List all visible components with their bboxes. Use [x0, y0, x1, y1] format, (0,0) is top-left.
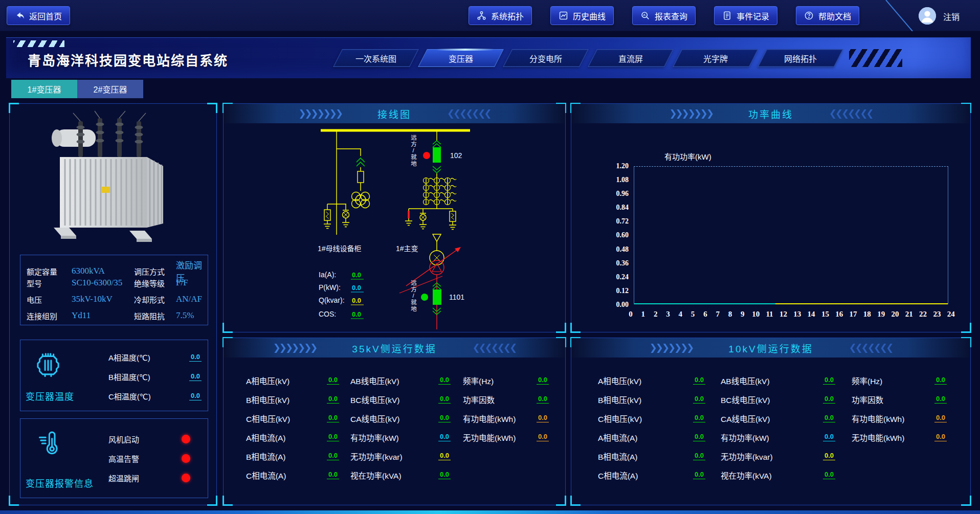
data-value[interactable]: 0.0	[693, 395, 705, 404]
data-value[interactable]: 0.0	[438, 376, 451, 385]
logout-button[interactable]: 注销	[943, 10, 960, 23]
x-tick-label: 12	[779, 310, 787, 319]
chevrons-left-icon: ❮❮❮❮❮❮❮	[473, 342, 516, 353]
data-value[interactable]: 0.0	[693, 433, 705, 441]
data-value[interactable]: 0.0	[693, 376, 705, 385]
data-row: C相电流(A) 0.0	[246, 465, 339, 484]
user-avatar[interactable]	[919, 7, 936, 25]
data-row: 频率(Hz) 0.0	[463, 371, 549, 390]
data-value[interactable]: 0.0	[823, 395, 835, 404]
event-log-button[interactable]: 事件记录	[714, 6, 777, 25]
data-value[interactable]: 0.0	[537, 395, 549, 404]
data-value[interactable]: 0.0	[537, 433, 549, 441]
corner-decoration	[961, 323, 971, 333]
data-value[interactable]: 0.0	[537, 376, 549, 385]
data-value[interactable]: 0.0	[327, 414, 339, 422]
temperature-value[interactable]: 0.0	[189, 372, 202, 381]
y-tick-label: 0.60	[616, 231, 629, 239]
chevrons-left-icon: ❮❮❮❮❮❮❮	[829, 108, 873, 119]
temperature-value[interactable]: 0.0	[189, 353, 202, 362]
data-value[interactable]: 0.0	[693, 414, 705, 422]
spec-label: 电压	[27, 294, 72, 305]
data-label: 无功功率(kvar)	[350, 451, 438, 462]
data-value[interactable]: 0.0	[934, 414, 947, 422]
data-value[interactable]: 0.0	[934, 395, 947, 404]
data-value[interactable]: 0.0	[438, 452, 451, 460]
data-label: 频率(Hz)	[852, 375, 934, 386]
corner-decoration	[570, 496, 581, 506]
data-value[interactable]: 0.0	[537, 414, 549, 422]
x-tick-label: 8	[727, 310, 733, 319]
corner-decoration	[570, 323, 581, 333]
data-row: AB线电压(kV) 0.0	[721, 371, 835, 390]
temperature-value[interactable]: 0.0	[189, 392, 202, 400]
data-value[interactable]: 0.0	[823, 471, 835, 479]
measurement-value[interactable]: 0.0	[352, 297, 361, 304]
x-tick-label: 20	[891, 310, 899, 319]
data-value[interactable]: 0.0	[693, 452, 705, 460]
transformer-subtabs: 1#变压器 2#变压器	[11, 80, 143, 98]
data-value[interactable]: 0.0	[934, 433, 947, 441]
banner-tab[interactable]: 一次系统图	[333, 49, 419, 67]
data-label: C相电压(kV)	[598, 413, 693, 424]
spec-value: Yd11	[72, 310, 134, 321]
top-nav-buttons: 系统拓扑 历史曲线 报表查询 事件记录 帮助文档	[469, 0, 859, 31]
data-value[interactable]: 0.0	[693, 471, 705, 479]
transformer-subtab[interactable]: 2#变压器	[77, 80, 143, 98]
data-value[interactable]: 0.0	[327, 471, 339, 479]
data-value[interactable]: 0.0	[823, 452, 835, 460]
history-curve-button[interactable]: 历史曲线	[550, 6, 614, 25]
data-value[interactable]: 0.0	[438, 433, 451, 441]
data-value[interactable]: 0.0	[934, 376, 947, 385]
data-label: A相电压(kV)	[598, 375, 693, 386]
breaker-102[interactable]	[433, 147, 441, 163]
data-value[interactable]: 0.0	[327, 433, 339, 441]
banner-tab[interactable]: 网络拓扑	[758, 49, 843, 67]
spec-value: AN/AF	[176, 294, 208, 304]
report-query-button[interactable]: 报表查询	[632, 6, 696, 25]
data-value[interactable]: 0.0	[327, 376, 339, 385]
data-value[interactable]: 0.0	[823, 414, 835, 422]
data-row: 无功电能(kWh) 0.0	[852, 428, 947, 446]
x-tick-label: 0	[628, 310, 634, 319]
top-navigation-bar: 返回首页 系统拓扑 历史曲线 报表查询 事件记录 帮助文档	[0, 0, 980, 31]
temperature-row: A相温度(℃) 0.0	[108, 347, 202, 367]
x-tick-label: 23	[933, 310, 941, 319]
x-tick-label: 17	[850, 310, 857, 319]
red-markings	[399, 211, 461, 329]
corner-decoration	[222, 496, 233, 506]
data-value[interactable]: 0.0	[438, 395, 451, 404]
power-curve-panel: ❯❯❯❯❯❯❯ 功率曲线 ❮❮❮❮❮❮❮ 有功功率(kW) 1.201.080.…	[571, 103, 971, 332]
help-docs-button[interactable]: 帮助文档	[796, 6, 859, 25]
data-row: 无功功率(kvar) 0.0	[721, 446, 835, 465]
back-home-button[interactable]: 返回首页	[7, 6, 70, 25]
transformer-subtab[interactable]: 1#变压器	[11, 80, 77, 98]
banner-tab[interactable]: 分变电所	[503, 49, 589, 67]
measurement-value[interactable]: 0.0	[352, 284, 361, 292]
x-tick-label: 24	[947, 310, 955, 319]
y-tick-label: 0.48	[616, 245, 629, 254]
banner-tab-label: 直流屏	[593, 50, 669, 66]
data-value[interactable]: 0.0	[823, 376, 835, 385]
banner-tab[interactable]: 光字牌	[673, 49, 759, 67]
data-value[interactable]: 0.0	[438, 414, 451, 422]
disconnector-arrows-icon	[357, 158, 365, 166]
data-value[interactable]: 0.0	[823, 433, 835, 441]
transformer-subtab-label: 2#变压器	[94, 83, 127, 95]
system-topology-button[interactable]: 系统拓扑	[469, 6, 532, 25]
measurement-value[interactable]: 0.0	[352, 310, 361, 318]
data-row: 有功电能(kWh) 0.0	[463, 409, 549, 428]
measurement-value[interactable]: 0.0	[352, 271, 361, 279]
data-value[interactable]: 0.0	[327, 452, 339, 460]
banner-tab[interactable]: 变压器	[418, 49, 504, 67]
breaker-1101[interactable]	[433, 289, 441, 305]
banner-tab-label: 一次系统图	[338, 50, 414, 66]
banner-tab[interactable]: 直流屏	[588, 49, 674, 67]
spec-label: 型号	[27, 278, 72, 288]
data-value[interactable]: 0.0	[327, 395, 339, 404]
data-value[interactable]: 0.0	[438, 471, 451, 479]
x-tick-label: 19	[877, 310, 885, 319]
corner-decoration	[207, 103, 217, 113]
data-label: 无功功率(kvar)	[721, 451, 823, 462]
spec-label: 连接组别	[27, 310, 72, 321]
